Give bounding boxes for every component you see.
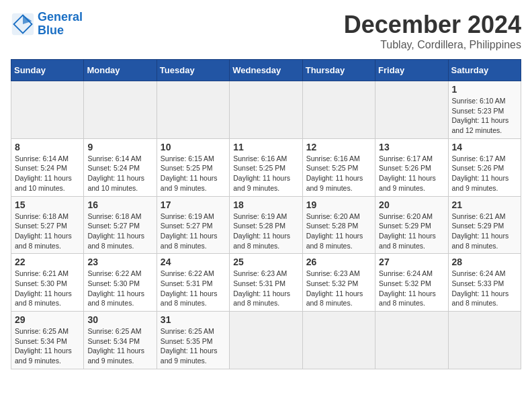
- logo-line2: Blue: [38, 24, 64, 37]
- day-number: 13: [379, 142, 444, 152]
- day-number: 19: [306, 199, 371, 210]
- day-info: Sunrise: 6:18 AM Sunset: 5:27 PM Dayligh…: [87, 212, 152, 251]
- calendar-week-3: 15Sunrise: 6:18 AM Sunset: 5:27 PM Dayli…: [11, 196, 521, 254]
- calendar-cell: [84, 81, 157, 139]
- calendar-cell: 10Sunrise: 6:15 AM Sunset: 5:25 PM Dayli…: [157, 138, 229, 196]
- calendar-cell: [375, 312, 448, 369]
- calendar-cell: 18Sunrise: 6:19 AM Sunset: 5:28 PM Dayli…: [230, 196, 302, 254]
- calendar-cell: 15Sunrise: 6:18 AM Sunset: 5:27 PM Dayli…: [11, 196, 84, 254]
- day-number: 17: [161, 199, 226, 210]
- calendar-cell: 14Sunrise: 6:17 AM Sunset: 5:26 PM Dayli…: [448, 138, 521, 196]
- calendar-cell: [157, 81, 229, 139]
- title-area: December 2024 Tublay, Cordillera, Philip…: [344, 11, 521, 51]
- day-info: Sunrise: 6:15 AM Sunset: 5:25 PM Dayligh…: [161, 154, 226, 193]
- day-info: Sunrise: 6:22 AM Sunset: 5:30 PM Dayligh…: [87, 269, 152, 308]
- day-number: 11: [233, 142, 298, 152]
- day-header-wednesday: Wednesday: [230, 60, 302, 81]
- logo: General Blue: [11, 11, 83, 38]
- day-info: Sunrise: 6:23 AM Sunset: 5:31 PM Dayligh…: [233, 269, 298, 308]
- day-header-friday: Friday: [375, 60, 448, 81]
- month-title: December 2024: [344, 11, 521, 39]
- day-number: 31: [161, 314, 226, 325]
- day-number: 15: [15, 199, 80, 210]
- calendar-cell: 22Sunrise: 6:21 AM Sunset: 5:30 PM Dayli…: [11, 254, 84, 312]
- day-number: 22: [15, 257, 80, 267]
- location-title: Tublay, Cordillera, Philippines: [344, 39, 521, 51]
- logo-text: General Blue: [38, 11, 83, 38]
- calendar-cell: 11Sunrise: 6:16 AM Sunset: 5:25 PM Dayli…: [230, 138, 302, 196]
- calendar-cell: 23Sunrise: 6:22 AM Sunset: 5:30 PM Dayli…: [84, 254, 157, 312]
- day-info: Sunrise: 6:22 AM Sunset: 5:31 PM Dayligh…: [161, 269, 226, 308]
- calendar-cell: 8Sunrise: 6:14 AM Sunset: 5:24 PM Daylig…: [11, 138, 84, 196]
- calendar-cell: [230, 81, 302, 139]
- calendar-cell: [375, 81, 448, 139]
- calendar-cell: [302, 81, 375, 139]
- calendar-cell: 30Sunrise: 6:25 AM Sunset: 5:34 PM Dayli…: [84, 312, 157, 369]
- day-info: Sunrise: 6:24 AM Sunset: 5:33 PM Dayligh…: [452, 269, 517, 308]
- day-info: Sunrise: 6:17 AM Sunset: 5:26 PM Dayligh…: [379, 154, 444, 193]
- day-info: Sunrise: 6:16 AM Sunset: 5:25 PM Dayligh…: [233, 154, 298, 193]
- calendar-table: SundayMondayTuesdayWednesdayThursdayFrid…: [11, 59, 521, 369]
- day-number: 23: [87, 257, 152, 267]
- calendar-cell: 25Sunrise: 6:23 AM Sunset: 5:31 PM Dayli…: [230, 254, 302, 312]
- day-number: 25: [233, 257, 298, 267]
- day-info: Sunrise: 6:20 AM Sunset: 5:29 PM Dayligh…: [379, 212, 444, 251]
- day-info: Sunrise: 6:20 AM Sunset: 5:28 PM Dayligh…: [306, 212, 371, 251]
- calendar-week-4: 22Sunrise: 6:21 AM Sunset: 5:30 PM Dayli…: [11, 254, 521, 312]
- day-header-saturday: Saturday: [448, 60, 521, 81]
- calendar-week-2: 8Sunrise: 6:14 AM Sunset: 5:24 PM Daylig…: [11, 138, 521, 196]
- day-number: 26: [306, 257, 371, 267]
- day-header-monday: Monday: [84, 60, 157, 81]
- day-info: Sunrise: 6:25 AM Sunset: 5:34 PM Dayligh…: [87, 326, 152, 366]
- calendar-cell: 13Sunrise: 6:17 AM Sunset: 5:26 PM Dayli…: [375, 138, 448, 196]
- calendar-week-1: 1Sunrise: 6:10 AM Sunset: 5:23 PM Daylig…: [11, 81, 521, 139]
- day-number: 28: [452, 257, 517, 267]
- day-info: Sunrise: 6:24 AM Sunset: 5:32 PM Dayligh…: [379, 269, 444, 308]
- calendar-cell: 16Sunrise: 6:18 AM Sunset: 5:27 PM Dayli…: [84, 196, 157, 254]
- calendar-cell: [11, 81, 84, 139]
- day-info: Sunrise: 6:16 AM Sunset: 5:25 PM Dayligh…: [306, 154, 371, 193]
- day-number: 24: [161, 257, 226, 267]
- day-header-tuesday: Tuesday: [157, 60, 229, 81]
- day-number: 20: [379, 199, 444, 210]
- day-info: Sunrise: 6:19 AM Sunset: 5:27 PM Dayligh…: [161, 212, 226, 251]
- day-number: 12: [306, 142, 371, 152]
- day-info: Sunrise: 6:10 AM Sunset: 5:23 PM Dayligh…: [452, 96, 517, 136]
- day-header-sunday: Sunday: [11, 60, 84, 81]
- day-number: 9: [87, 142, 152, 152]
- calendar-cell: 27Sunrise: 6:24 AM Sunset: 5:32 PM Dayli…: [375, 254, 448, 312]
- calendar-cell: 19Sunrise: 6:20 AM Sunset: 5:28 PM Dayli…: [302, 196, 375, 254]
- day-info: Sunrise: 6:14 AM Sunset: 5:24 PM Dayligh…: [87, 154, 152, 193]
- day-number: 27: [379, 257, 444, 267]
- day-number: 8: [15, 142, 80, 152]
- day-number: 29: [15, 314, 80, 325]
- logo-line1: General: [38, 10, 83, 24]
- calendar-cell: [230, 312, 302, 369]
- calendar-cell: 17Sunrise: 6:19 AM Sunset: 5:27 PM Dayli…: [157, 196, 229, 254]
- day-number: 21: [452, 199, 517, 210]
- day-info: Sunrise: 6:25 AM Sunset: 5:34 PM Dayligh…: [15, 326, 80, 366]
- day-number: 14: [452, 142, 517, 152]
- header-row: SundayMondayTuesdayWednesdayThursdayFrid…: [11, 60, 521, 81]
- day-info: Sunrise: 6:23 AM Sunset: 5:32 PM Dayligh…: [306, 269, 371, 308]
- day-number: 10: [161, 142, 226, 152]
- calendar-cell: 28Sunrise: 6:24 AM Sunset: 5:33 PM Dayli…: [448, 254, 521, 312]
- calendar-cell: 26Sunrise: 6:23 AM Sunset: 5:32 PM Dayli…: [302, 254, 375, 312]
- day-info: Sunrise: 6:18 AM Sunset: 5:27 PM Dayligh…: [15, 212, 80, 251]
- calendar-cell: 12Sunrise: 6:16 AM Sunset: 5:25 PM Dayli…: [302, 138, 375, 196]
- day-number: 30: [87, 314, 152, 325]
- calendar-cell: [302, 312, 375, 369]
- calendar-cell: 31Sunrise: 6:25 AM Sunset: 5:35 PM Dayli…: [157, 312, 229, 369]
- day-header-thursday: Thursday: [302, 60, 375, 81]
- day-info: Sunrise: 6:14 AM Sunset: 5:24 PM Dayligh…: [15, 154, 80, 193]
- calendar-cell: 9Sunrise: 6:14 AM Sunset: 5:24 PM Daylig…: [84, 138, 157, 196]
- calendar-cell: 29Sunrise: 6:25 AM Sunset: 5:34 PM Dayli…: [11, 312, 84, 369]
- day-info: Sunrise: 6:21 AM Sunset: 5:30 PM Dayligh…: [15, 269, 80, 308]
- calendar-cell: [448, 312, 521, 369]
- calendar-week-5: 29Sunrise: 6:25 AM Sunset: 5:34 PM Dayli…: [11, 312, 521, 369]
- day-info: Sunrise: 6:25 AM Sunset: 5:35 PM Dayligh…: [161, 326, 226, 366]
- calendar-cell: 1Sunrise: 6:10 AM Sunset: 5:23 PM Daylig…: [448, 81, 521, 139]
- day-number: 16: [87, 199, 152, 210]
- day-info: Sunrise: 6:19 AM Sunset: 5:28 PM Dayligh…: [233, 212, 298, 251]
- day-info: Sunrise: 6:17 AM Sunset: 5:26 PM Dayligh…: [452, 154, 517, 193]
